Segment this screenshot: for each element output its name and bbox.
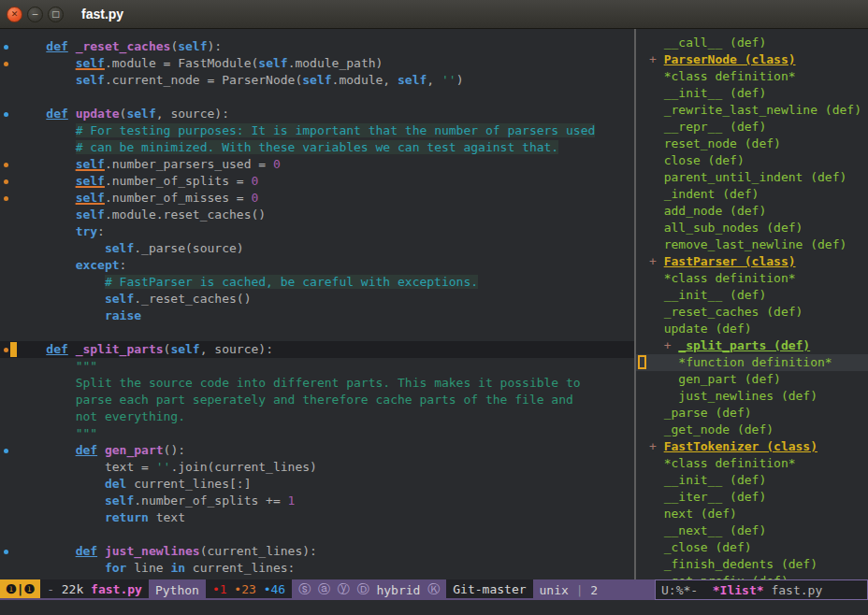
imenu-entry[interactable]: gen_part (def) [636,371,868,388]
imenu-entry[interactable]: update (def) [636,321,868,337]
imenu-entry-label: parent_until_indent (def) [664,170,847,184]
imenu-entry[interactable]: *class definition* [636,455,868,472]
code-token: .current_node = ParserNode( [105,73,302,87]
imenu-entry[interactable]: reset_node (def) [636,136,868,152]
buffer-info[interactable]: - 22k fast.py [40,579,149,598]
code-token: try [76,224,97,238]
code-line[interactable]: def gen_part(): [0,442,634,459]
code-line[interactable]: self.module.reset_caches() [0,207,634,223]
code-line[interactable]: # For testing purposes: It is important … [0,122,634,139]
echo-area [0,600,868,615]
imenu-entry[interactable]: all_sub_nodes (def) [636,220,868,236]
imenu-entry[interactable]: _parse (def) [636,405,868,422]
imenu-entry[interactable]: *class definition* [636,68,868,85]
code-token [17,56,76,70]
imenu-entry[interactable]: _reset_caches (def) [636,304,868,321]
close-button[interactable]: ✕ [7,7,22,22]
code-token: self [76,174,105,188]
code-token: del [105,477,126,491]
code-line[interactable]: not everything. [0,408,634,425]
imenu-entry[interactable]: _close (def) [636,539,868,556]
imenu-entry[interactable]: _indent (def) [636,186,868,203]
code-line[interactable]: Split the source code into different par… [0,375,634,392]
code-line[interactable]: """ [0,425,634,442]
imenu-entry[interactable]: __init__ (def) [636,85,868,102]
code-line[interactable]: return text [0,509,634,526]
imenu-class-entry[interactable]: + FastTokenizer (class) [636,438,868,455]
code-line[interactable] [0,89,634,106]
warning-dot-icon [4,163,8,167]
imenu-entry[interactable]: + _split_parts (def) [636,337,868,354]
imenu-entry[interactable]: next (def) [636,506,868,522]
code-line[interactable]: """ [0,358,634,375]
code-line[interactable]: self.number_of_splits += 1 [0,493,634,509]
imenu-entry[interactable]: __iter__ (def) [636,489,868,506]
imenu-entry[interactable]: *function definition* [636,354,868,371]
imenu-entry[interactable]: __init__ (def) [636,287,868,304]
imenu-list-sidebar[interactable]: __call__ (def)+ ParserNode (class) *clas… [636,29,868,579]
imenu-entry[interactable]: remove_last_newline (def) [636,236,868,253]
code-line[interactable]: parse each part seperately and therefore… [0,392,634,408]
code-line[interactable]: def _split_parts(self, source): [0,341,634,358]
minimize-button[interactable]: − [27,7,43,22]
code-token: def [46,342,67,356]
expand-icon[interactable]: + [649,254,664,268]
code-token: 0 [273,157,281,171]
code-token: self [178,39,207,53]
expand-icon[interactable]: + [649,52,664,66]
code-line[interactable]: def just_newlines(current_lines): [0,543,634,560]
imenu-entry[interactable]: just_newlines (def) [636,388,868,405]
code-line[interactable]: raise [0,308,634,324]
code-line[interactable]: self._parse(source) [0,240,634,257]
flycheck-counts[interactable]: •1 •23 •46 [206,579,292,598]
code-line[interactable]: def update(self, source): [0,106,634,122]
hollow-cursor [638,355,646,369]
code-line[interactable]: def _reset_caches(self): [0,38,634,55]
code-token: .number_parsers_used = [105,157,273,171]
imenu-entry[interactable]: _rewrite_last_newline (def) [636,102,868,119]
imenu-entry[interactable]: parent_until_indent (def) [636,169,868,186]
code-line[interactable] [0,526,634,543]
expand-icon[interactable]: + [649,439,664,453]
code-token [97,544,105,558]
imenu-entry-label: _split_parts (def) [678,338,810,352]
code-line[interactable]: # can be minimized. With these variables… [0,139,634,156]
code-token: _split_parts [76,342,164,356]
imenu-entry[interactable]: __init__ (def) [636,472,868,489]
imenu-entry[interactable]: __repr__ (def) [636,119,868,136]
minor-mode-lighters[interactable]: ⓢ ⓐ ⓨ Ⓓ hybrid Ⓚ [292,579,446,600]
imenu-entry[interactable]: close (def) [636,152,868,169]
imenu-class-entry[interactable]: + ParserNode (class) [636,51,868,68]
code-editor-pane[interactable]: def _reset_caches(self): self.module = F… [0,29,634,579]
maximize-button[interactable]: □ [48,7,64,22]
code-line[interactable]: self.module = FastModule(self.module_pat… [0,55,634,72]
which-key-icon: Ⓚ [427,581,440,598]
imenu-entry[interactable]: _finish_dedents (def) [636,556,868,573]
code-line[interactable]: self.number_of_splits = 0 [0,173,634,190]
imenu-entry[interactable]: add_node (def) [636,203,868,220]
code-token: (): [164,443,185,457]
code-line[interactable]: self.number_of_misses = 0 [0,190,634,207]
code-line[interactable]: self.current_node = ParserNode(self.modu… [0,72,634,89]
imenu-entry[interactable]: __next__ (def) [636,522,868,539]
imenu-class-entry[interactable]: + FastParser (class) [636,253,868,270]
imenu-entry[interactable]: *class definition* [636,270,868,287]
imenu-entry[interactable]: _get_prefix (def) [636,573,868,579]
code-line[interactable]: self.number_parsers_used = 0 [0,156,634,173]
code-token [17,224,76,238]
code-line[interactable]: self._reset_caches() [0,291,634,308]
imenu-entry[interactable]: _get_node (def) [636,422,868,438]
code-token [17,275,105,289]
major-mode-indicator[interactable]: Python [149,579,206,600]
expand-icon[interactable]: + [664,338,679,352]
git-branch-indicator[interactable]: Git-master [446,579,532,598]
code-line[interactable] [0,324,634,341]
code-line[interactable]: del current_lines[:] [0,476,634,493]
code-line[interactable]: text = ''.join(current_lines) [0,459,634,476]
code-line[interactable]: # FastParser is cached, be careful with … [0,274,634,291]
code-token [17,376,76,390]
code-line[interactable]: except: [0,257,634,274]
imenu-entry[interactable]: __call__ (def) [636,35,868,51]
code-line[interactable]: try: [0,223,634,240]
code-line[interactable]: for line in current_lines: [0,560,634,577]
